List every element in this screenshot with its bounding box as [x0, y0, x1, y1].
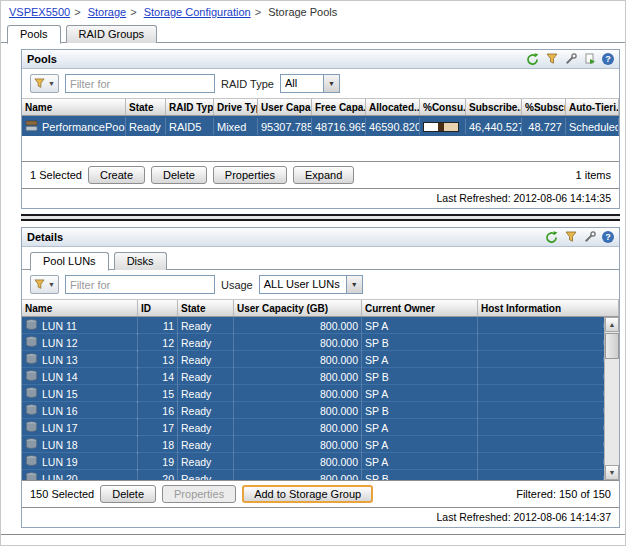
- table-row[interactable]: LUN 17 17 Ready 800.000 SP A: [22, 419, 604, 436]
- column-header[interactable]: Subscribe...: [466, 99, 522, 115]
- lun-capacity: 800.000: [234, 419, 362, 436]
- breadcrumb-link[interactable]: VSPEX5500: [9, 6, 70, 18]
- lun-id: 12: [138, 334, 178, 351]
- table-row[interactable]: PerformancePool Ready RAID5 Mixed 95307.…: [22, 116, 619, 136]
- tools-icon[interactable]: [583, 231, 596, 244]
- tools-icon[interactable]: [564, 53, 577, 66]
- scroll-up-button[interactable]: ▲: [605, 317, 619, 332]
- luns-selected-count: 150 Selected: [30, 488, 94, 500]
- table-row[interactable]: LUN 20 20 Ready 800.000 SP B: [22, 470, 604, 480]
- create-button[interactable]: Create: [88, 166, 145, 184]
- lun-id: 16: [138, 402, 178, 419]
- table-row[interactable]: LUN 19 19 Ready 800.000 SP A: [22, 453, 604, 470]
- breadcrumb-link[interactable]: Storage: [88, 6, 127, 18]
- scrollbar-track[interactable]: [605, 332, 619, 465]
- table-row[interactable]: LUN 12 12 Ready 800.000 SP B: [22, 334, 604, 351]
- pools-table-header: Name State RAID Type Drive Type User Cap…: [22, 98, 619, 116]
- breadcrumb-link[interactable]: Storage Pools: [268, 6, 337, 18]
- help-icon[interactable]: [602, 53, 614, 65]
- lun-id: 11: [138, 317, 178, 334]
- column-header[interactable]: Name: [22, 99, 126, 115]
- pool-percent-consumed-cell: [420, 119, 466, 134]
- vertical-scrollbar[interactable]: ▲ ▼: [604, 317, 619, 480]
- lun-id: 17: [138, 419, 178, 436]
- refresh-icon[interactable]: [526, 53, 539, 66]
- column-header[interactable]: Drive Type: [214, 99, 258, 115]
- expand-button[interactable]: Expand: [293, 166, 354, 184]
- pools-filter-button[interactable]: [30, 74, 59, 93]
- column-header[interactable]: Allocated...: [366, 99, 420, 115]
- chevron-down-icon: [323, 75, 339, 92]
- table-row[interactable]: LUN 14 14 Ready 800.000 SP B: [22, 368, 604, 385]
- refresh-icon[interactable]: [545, 231, 558, 244]
- delete-button[interactable]: Delete: [151, 166, 207, 184]
- column-header[interactable]: Current Owner: [362, 300, 478, 316]
- column-header[interactable]: %Subscri...: [522, 99, 566, 115]
- help-icon[interactable]: [602, 231, 614, 243]
- properties-button[interactable]: Properties: [162, 485, 236, 503]
- lun-owner: SP B: [362, 402, 478, 419]
- usage-select[interactable]: ALL User LUNs: [259, 275, 363, 294]
- pool-raid-type: RAID5: [166, 118, 214, 135]
- lun-name: LUN 19: [42, 456, 78, 468]
- breadcrumb: VSPEX5500> Storage> Storage Configuratio…: [1, 1, 625, 21]
- column-header[interactable]: RAID Type: [166, 99, 214, 115]
- breadcrumb-link[interactable]: Storage Configuration: [144, 6, 251, 18]
- column-header[interactable]: User Capa...: [258, 99, 312, 115]
- lun-capacity: 800.000: [234, 470, 362, 481]
- lun-name: LUN 17: [42, 422, 78, 434]
- lun-owner: SP A: [362, 385, 478, 402]
- lun-owner: SP B: [362, 334, 478, 351]
- table-row[interactable]: LUN 13 13 Ready 800.000 SP A: [22, 351, 604, 368]
- table-row[interactable]: LUN 16 16 Ready 800.000 SP B: [22, 402, 604, 419]
- usage-value: ALL User LUNs: [260, 276, 346, 293]
- filter-icon[interactable]: [545, 53, 558, 66]
- lun-state: Ready: [178, 351, 234, 368]
- table-row[interactable]: LUN 11 11 Ready 800.000 SP A: [22, 317, 604, 334]
- delete-button[interactable]: Delete: [100, 485, 156, 503]
- details-tabstrip: Pool LUNs Disks: [22, 247, 619, 270]
- column-header[interactable]: State: [126, 99, 166, 115]
- scroll-down-button[interactable]: ▼: [605, 465, 619, 480]
- panel-splitter[interactable]: [21, 214, 620, 221]
- details-filter-button[interactable]: [30, 275, 59, 294]
- lun-owner: SP B: [362, 368, 478, 385]
- scrollbar-thumb[interactable]: [605, 333, 619, 359]
- lun-state: Ready: [178, 385, 234, 402]
- tab-raid-groups[interactable]: RAID Groups: [66, 25, 157, 43]
- add-to-storage-group-button[interactable]: Add to Storage Group: [242, 485, 373, 503]
- properties-button[interactable]: Properties: [213, 166, 287, 184]
- lun-name: LUN 11: [42, 320, 77, 332]
- export-icon[interactable]: [583, 53, 596, 66]
- column-header[interactable]: State: [178, 300, 234, 316]
- raid-type-label: RAID Type: [221, 78, 274, 90]
- lun-owner: SP A: [362, 453, 478, 470]
- column-header[interactable]: Free Capa...: [312, 99, 366, 115]
- table-row[interactable]: LUN 15 15 Ready 800.000 SP A: [22, 385, 604, 402]
- lun-capacity: 800.000: [234, 453, 362, 470]
- details-filter-input[interactable]: [65, 275, 215, 294]
- lun-capacity: 800.000: [234, 385, 362, 402]
- tab-pool-luns[interactable]: Pool LUNs: [30, 252, 109, 271]
- table-row[interactable]: LUN 18 18 Ready 800.000 SP A: [22, 436, 604, 453]
- filter-icon[interactable]: [564, 231, 577, 244]
- pools-filter-input[interactable]: [65, 74, 215, 93]
- tab-pools[interactable]: Pools: [7, 25, 61, 44]
- luns-table-header: Name ID State User Capacity (GB) Current…: [22, 299, 619, 317]
- lun-host-info: [478, 476, 604, 481]
- lun-icon: [25, 370, 38, 384]
- pool-name: PerformancePool: [42, 121, 126, 133]
- pools-actions-row: 1 Selected Create Delete Properties Expa…: [22, 162, 619, 188]
- consumed-bar: [423, 122, 459, 132]
- raid-type-select[interactable]: All: [280, 74, 340, 93]
- pool-auto-tiering: Scheduled: [566, 118, 619, 135]
- column-header[interactable]: Host Information: [478, 300, 619, 316]
- column-header[interactable]: Auto-Tieri...: [566, 99, 619, 115]
- column-header[interactable]: Name: [22, 300, 138, 316]
- tab-disks[interactable]: Disks: [114, 252, 167, 270]
- lun-host-info: [478, 408, 604, 413]
- column-header[interactable]: ID: [138, 300, 178, 316]
- column-header[interactable]: %Consu...: [420, 99, 466, 115]
- column-header[interactable]: User Capacity (GB): [234, 300, 362, 316]
- lun-id: 19: [138, 453, 178, 470]
